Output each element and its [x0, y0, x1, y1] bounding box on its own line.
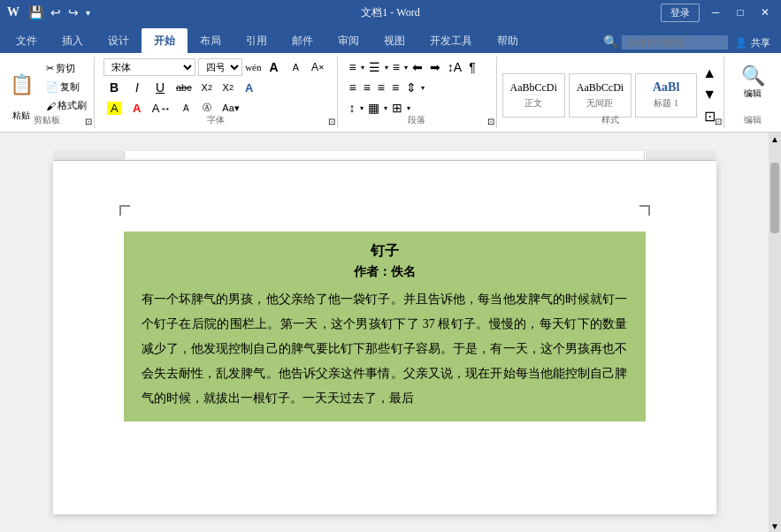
styles-scroll-down-button[interactable]: ▼: [701, 85, 718, 104]
font-size-select[interactable]: 四号: [198, 58, 242, 76]
clipboard-group: 📋 粘贴 ✂ 剪切 📄 复制 🖌 格式刷 剪贴板 ⊡: [0, 57, 95, 128]
tab-developer[interactable]: 开发工具: [417, 28, 485, 53]
title-bar-left: W 💾 ↩ ↪ ▾: [7, 4, 92, 22]
style-normal[interactable]: AaBbCcDi 正文: [502, 73, 565, 118]
multilevel-list-button[interactable]: ≡: [390, 58, 402, 76]
align-left-button[interactable]: ≡: [347, 79, 359, 96]
find-label: 编辑: [744, 87, 762, 100]
phonetic-icon: A: [183, 103, 189, 113]
styles-scroll-up-button[interactable]: ▲: [701, 64, 718, 83]
restore-btn[interactable]: □: [731, 4, 749, 21]
bullet-list-button[interactable]: ≡: [347, 58, 359, 76]
bullet-dropdown-icon[interactable]: ▾: [361, 64, 364, 72]
numbered-dropdown-icon[interactable]: ▾: [385, 64, 388, 72]
show-marks-button[interactable]: ¶: [466, 58, 479, 76]
author-block: 作者：佚名: [124, 261, 646, 280]
tab-references[interactable]: 引用: [234, 28, 279, 53]
decrease-indent-button[interactable]: ⬅: [410, 58, 425, 76]
edit-label: 编辑: [724, 114, 781, 126]
ruler-track: | |: [124, 151, 646, 160]
login-button[interactable]: 登录: [661, 4, 700, 22]
minimize-btn[interactable]: ─: [707, 4, 724, 21]
styles-label: 样式: [497, 114, 724, 126]
vertical-scrollbar[interactable]: ▲ ▼: [769, 133, 781, 532]
text-direction-button[interactable]: ⇕: [403, 79, 419, 96]
tab-mailings[interactable]: 邮件: [279, 28, 325, 53]
doc-title: 钉子: [142, 242, 628, 261]
tab-file[interactable]: 文件: [4, 28, 50, 53]
share-icon: 👤: [735, 37, 747, 49]
superscript-button[interactable]: X2: [218, 79, 238, 96]
underline-button[interactable]: U: [149, 79, 171, 96]
strikethrough-button[interactable]: abc: [172, 79, 195, 96]
format-painter-button[interactable]: 🖌 格式刷: [42, 97, 90, 114]
style-heading1[interactable]: AaBl 标题 1: [635, 73, 697, 118]
tab-review[interactable]: 审阅: [325, 28, 371, 53]
italic-button[interactable]: I: [126, 79, 148, 96]
paste-button[interactable]: 📋: [4, 60, 39, 110]
align-right-button[interactable]: ≡: [375, 79, 387, 96]
scrollbar-thumb[interactable]: [770, 163, 779, 233]
edit-group: 🔍 编辑 编辑: [724, 57, 781, 128]
tab-help[interactable]: 帮助: [485, 28, 531, 53]
save-quick-btn[interactable]: 💾: [27, 4, 45, 22]
font-expand-icon[interactable]: ⊡: [328, 117, 335, 126]
text-dir-dropdown-icon[interactable]: ▾: [421, 84, 425, 92]
styles-expand-icon[interactable]: ⊡: [715, 117, 722, 126]
tab-design[interactable]: 设计: [96, 28, 142, 53]
tab-layout[interactable]: 布局: [188, 28, 234, 53]
paragraph-label: 段落: [338, 114, 496, 126]
doc-body[interactable]: 有一个坏脾气的男孩，他父亲给了他一袋钉子。并且告诉他，每当他发脾气的时候就钉一个…: [142, 287, 628, 411]
tab-view[interactable]: 视图: [371, 28, 417, 53]
clear-format-icon: A: [311, 61, 318, 73]
enclosed-icon: Ⓐ: [203, 102, 211, 114]
clear-format-button[interactable]: A ✕: [309, 58, 328, 76]
line-spacing-dropdown[interactable]: ▾: [360, 104, 364, 112]
undo-quick-btn[interactable]: ↩: [49, 4, 63, 22]
text-effect-button[interactable]: A: [240, 79, 259, 96]
document-scroll-area[interactable]: | | 钉子 作者：佚名 有一个坏脾气的男孩，他父亲给了他一袋: [0, 133, 769, 532]
document-page: 钉子 作者：佚名 有一个坏脾气的男孩，他父亲给了他一袋钉子。并且告诉他，每当他发…: [53, 161, 716, 514]
font-name-select[interactable]: 宋体: [103, 58, 195, 76]
font-group: 宋体 四号 wén A A A ✕ B I U abc X2 X: [95, 57, 338, 128]
find-button[interactable]: 🔍 编辑: [731, 61, 774, 103]
bold-button[interactable]: B: [103, 79, 125, 96]
justify-button[interactable]: ≡: [389, 79, 402, 96]
increase-indent-button[interactable]: ➡: [427, 58, 443, 76]
style-no-space[interactable]: AaBbCcDi 无间距: [569, 73, 632, 118]
title-text: 文档1 - Word: [361, 6, 419, 19]
scroll-down-btn[interactable]: ▼: [770, 520, 779, 532]
subscript-button[interactable]: X2: [197, 79, 217, 96]
font-shrink-button[interactable]: A: [287, 58, 306, 76]
style-no-space-label: 无间距: [586, 95, 613, 110]
tab-home[interactable]: 开始: [142, 28, 188, 53]
tab-insert[interactable]: 插入: [50, 28, 96, 53]
text-effect-icon: A: [245, 81, 253, 95]
clipboard-expand-icon[interactable]: ⊡: [85, 117, 92, 126]
font-grow-button[interactable]: A: [264, 58, 284, 76]
find-icon: 🔍: [741, 65, 765, 87]
close-btn[interactable]: ✕: [756, 4, 774, 21]
copy-button[interactable]: 📄 复制: [42, 79, 90, 95]
search-input[interactable]: [622, 35, 728, 49]
align-center-button[interactable]: ≡: [361, 79, 373, 96]
border-dropdown[interactable]: ▾: [407, 104, 410, 112]
redo-quick-btn[interactable]: ↪: [66, 4, 80, 22]
format-painter-icon: 🖌: [46, 101, 56, 111]
multilevel-dropdown-icon[interactable]: ▾: [404, 64, 408, 72]
document-content[interactable]: 钉子 作者：佚名 有一个坏脾气的男孩，他父亲给了他一袋钉子。并且告诉他，每当他发…: [124, 232, 646, 422]
title-bar: W 💾 ↩ ↪ ▾ 文档1 - Word 登录 ─ □ ✕: [0, 0, 781, 25]
font-color-icon: A: [133, 102, 141, 115]
numbered-list-button[interactable]: ☰: [366, 58, 383, 76]
share-button[interactable]: 👤 共享: [735, 36, 770, 49]
scroll-up-btn[interactable]: ▲: [770, 133, 779, 145]
shading-dropdown[interactable]: ▾: [384, 104, 387, 112]
clipboard-label: 剪贴板: [0, 114, 94, 126]
more-quick-btn[interactable]: ▾: [84, 6, 92, 19]
doc-author: 作者：佚名: [142, 264, 628, 280]
sort-button[interactable]: ↕A: [445, 58, 464, 76]
cut-button[interactable]: ✂ 剪切: [42, 60, 90, 77]
font-group-label: 字体: [95, 114, 337, 126]
paragraph-expand-icon[interactable]: ⊡: [487, 117, 494, 126]
body-block[interactable]: 有一个坏脾气的男孩，他父亲给了他一袋钉子。并且告诉他，每当他发脾气的时候就钉一个…: [124, 280, 646, 422]
